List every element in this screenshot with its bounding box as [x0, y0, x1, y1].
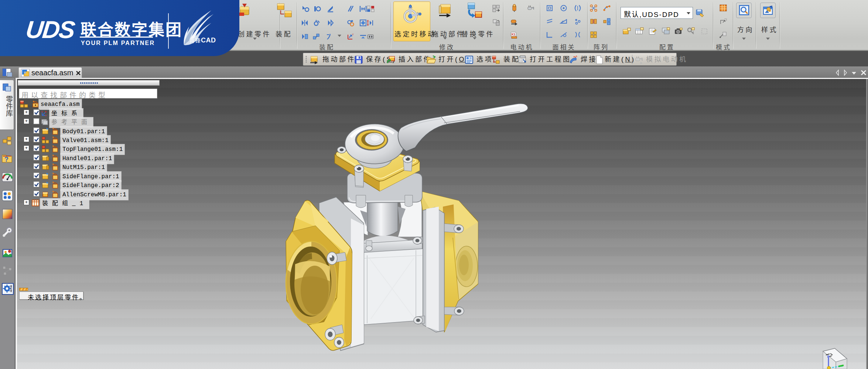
svg-text:?: ?	[4, 156, 8, 163]
svg-text:Y: Y	[352, 33, 354, 36]
svg-text:X1: X1	[511, 32, 515, 36]
